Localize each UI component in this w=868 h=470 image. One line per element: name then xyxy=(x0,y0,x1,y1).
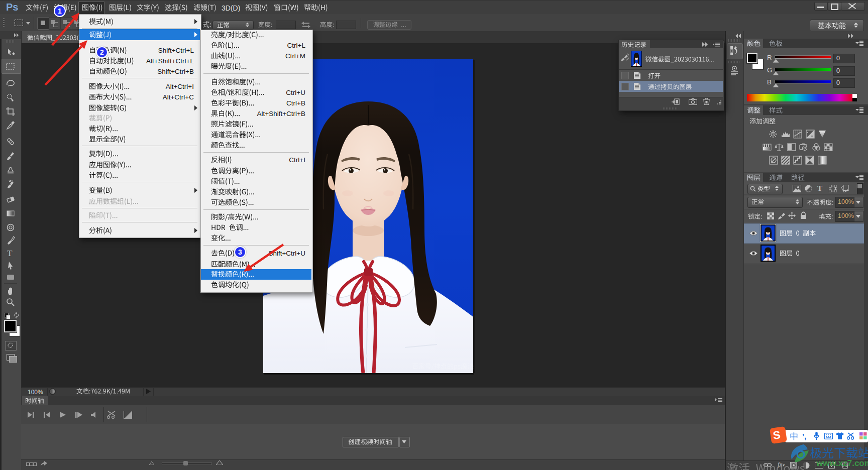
svg-text:T: T xyxy=(7,249,13,258)
